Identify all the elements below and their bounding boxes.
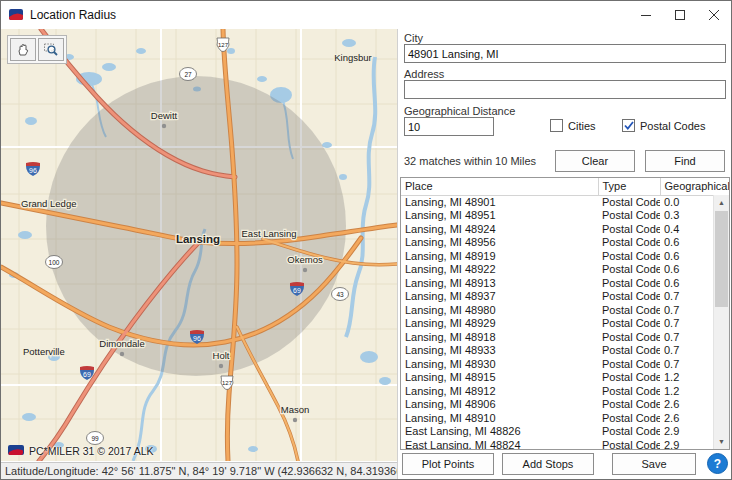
cell-place: Lansing, MI 48956 <box>401 236 598 250</box>
address-input[interactable] <box>404 80 726 99</box>
table-row[interactable]: East Lansing, MI 48824Postal Code2.9 <box>401 438 730 450</box>
table-row[interactable]: Lansing, MI 48901Postal Code0.0 <box>401 195 730 209</box>
table-row[interactable]: Lansing, MI 48980Postal Code0.7 <box>401 303 730 317</box>
cities-checkbox-label: Cities <box>568 120 596 132</box>
check-icon <box>624 121 634 130</box>
highway-shield-state43: 43 <box>332 288 349 301</box>
highway-shield-state99: 99 <box>87 432 104 445</box>
add-stops-button[interactable]: Add Stops <box>502 453 594 475</box>
cell-type: Postal Code <box>598 209 660 223</box>
table-row[interactable]: Lansing, MI 48933Postal Code0.7 <box>401 344 730 358</box>
zoom-window-icon <box>43 42 59 58</box>
table-row[interactable]: Lansing, MI 48956Postal Code0.6 <box>401 236 730 250</box>
map-label-kingsbur: Kingsbur <box>334 52 372 63</box>
scrollbar-thumb[interactable] <box>715 211 728 307</box>
zoom-window-tool-button[interactable] <box>38 38 64 61</box>
cell-place: Lansing, MI 48913 <box>401 276 598 290</box>
cell-type: Postal Code <box>598 425 660 439</box>
cities-checkbox-box <box>550 119 563 132</box>
distance-label: Geographical Distance <box>404 105 515 117</box>
cell-place: East Lansing, MI 48826 <box>401 425 598 439</box>
table-row[interactable]: Lansing, MI 48937Postal Code0.7 <box>401 290 730 304</box>
table-scrollbar[interactable]: ▲ ▼ <box>713 195 729 449</box>
cell-type: Postal Code <box>598 357 660 371</box>
cell-place: Lansing, MI 48937 <box>401 290 598 304</box>
highway-shield-state100: 100 <box>46 256 63 269</box>
table-row[interactable]: East Lansing, MI 48826Postal Code2.9 <box>401 425 730 439</box>
help-button[interactable]: ? <box>707 453 728 474</box>
table-row[interactable]: Lansing, MI 48951Postal Code0.3 <box>401 209 730 223</box>
cell-type: Postal Code <box>598 344 660 358</box>
cell-type: Postal Code <box>598 330 660 344</box>
table-row[interactable]: Lansing, MI 48922Postal Code0.6 <box>401 263 730 277</box>
title-bar[interactable]: Location Radius <box>1 1 731 30</box>
svg-text:27: 27 <box>184 71 192 78</box>
cell-place: Lansing, MI 48910 <box>401 411 598 425</box>
table-row[interactable]: Lansing, MI 48910Postal Code2.6 <box>401 411 730 425</box>
cell-type: Postal Code <box>598 195 660 209</box>
app-logo-icon <box>8 7 24 23</box>
minimize-icon <box>641 10 651 20</box>
svg-text:69: 69 <box>293 287 301 294</box>
table-header-row: Place Type Geographical Di <box>401 178 730 195</box>
matches-count-text: 32 matches within 10 Miles <box>404 155 536 167</box>
svg-text:43: 43 <box>336 291 344 298</box>
table-row[interactable]: Lansing, MI 48919Postal Code0.6 <box>401 249 730 263</box>
clear-button[interactable]: Clear <box>555 150 635 172</box>
search-panel: City Address Geographical Distance Citie… <box>397 29 731 479</box>
table-row[interactable]: Lansing, MI 48915Postal Code1.2 <box>401 371 730 385</box>
cell-place: Lansing, MI 48924 <box>401 222 598 236</box>
table-row[interactable]: Lansing, MI 48912Postal Code1.2 <box>401 384 730 398</box>
cell-type: Postal Code <box>598 398 660 412</box>
svg-text:127: 127 <box>222 380 233 386</box>
svg-text:100: 100 <box>49 259 60 266</box>
table-row[interactable]: Lansing, MI 48918Postal Code0.7 <box>401 330 730 344</box>
cell-place: Lansing, MI 48930 <box>401 357 598 371</box>
cell-place: Lansing, MI 48912 <box>401 384 598 398</box>
table-row[interactable]: Lansing, MI 48929Postal Code0.7 <box>401 317 730 331</box>
table-row[interactable]: Lansing, MI 48913Postal Code0.6 <box>401 276 730 290</box>
save-button[interactable]: Save <box>612 453 696 475</box>
scroll-down-arrow-icon[interactable]: ▼ <box>714 434 729 449</box>
cell-type: Postal Code <box>598 249 660 263</box>
minimize-button[interactable] <box>629 1 663 29</box>
column-header-type[interactable]: Type <box>598 178 660 195</box>
cell-place: Lansing, MI 48919 <box>401 249 598 263</box>
close-button[interactable] <box>697 1 731 29</box>
svg-text:127: 127 <box>218 42 229 48</box>
map-canvas[interactable]: 127 127 96 96 69 <box>1 29 397 461</box>
maximize-icon <box>675 10 685 20</box>
distance-input[interactable] <box>404 117 494 136</box>
plot-points-button[interactable]: Plot Points <box>402 453 494 475</box>
cell-place: Lansing, MI 48933 <box>401 344 598 358</box>
column-header-place[interactable]: Place <box>401 178 598 195</box>
table-row[interactable]: Lansing, MI 48924Postal Code0.4 <box>401 222 730 236</box>
table-row[interactable]: Lansing, MI 48930Postal Code0.7 <box>401 357 730 371</box>
pan-tool-button[interactable] <box>10 38 36 61</box>
address-label: Address <box>404 68 444 80</box>
window-title: Location Radius <box>30 8 116 22</box>
cell-place: Lansing, MI 48922 <box>401 263 598 277</box>
maximize-button[interactable] <box>663 1 697 29</box>
cell-type: Postal Code <box>598 236 660 250</box>
cell-type: Postal Code <box>598 384 660 398</box>
location-radius-window: Location Radius <box>0 0 732 480</box>
attribution-text: PC*MILER 31 © 2017 ALK <box>29 445 153 457</box>
cities-checkbox[interactable]: Cities <box>550 119 596 132</box>
find-button[interactable]: Find <box>645 150 725 172</box>
postal-codes-checkbox[interactable]: Postal Codes <box>622 119 705 132</box>
window-controls <box>629 1 731 29</box>
cell-place: Lansing, MI 48951 <box>401 209 598 223</box>
cell-type: Postal Code <box>598 290 660 304</box>
table-row[interactable]: Lansing, MI 48906Postal Code2.6 <box>401 398 730 412</box>
city-input[interactable] <box>404 44 726 63</box>
cell-place: East Lansing, MI 48824 <box>401 438 598 450</box>
cell-place: Lansing, MI 48906 <box>401 398 598 412</box>
scroll-up-arrow-icon[interactable]: ▲ <box>714 195 729 210</box>
cell-place: Lansing, MI 48929 <box>401 317 598 331</box>
map-label-east-lansing: East Lansing <box>242 228 297 239</box>
column-header-geographical-distance[interactable]: Geographical Di <box>660 178 730 195</box>
svg-text:69: 69 <box>83 371 91 378</box>
cell-type: Postal Code <box>598 411 660 425</box>
pan-hand-icon <box>15 42 31 58</box>
